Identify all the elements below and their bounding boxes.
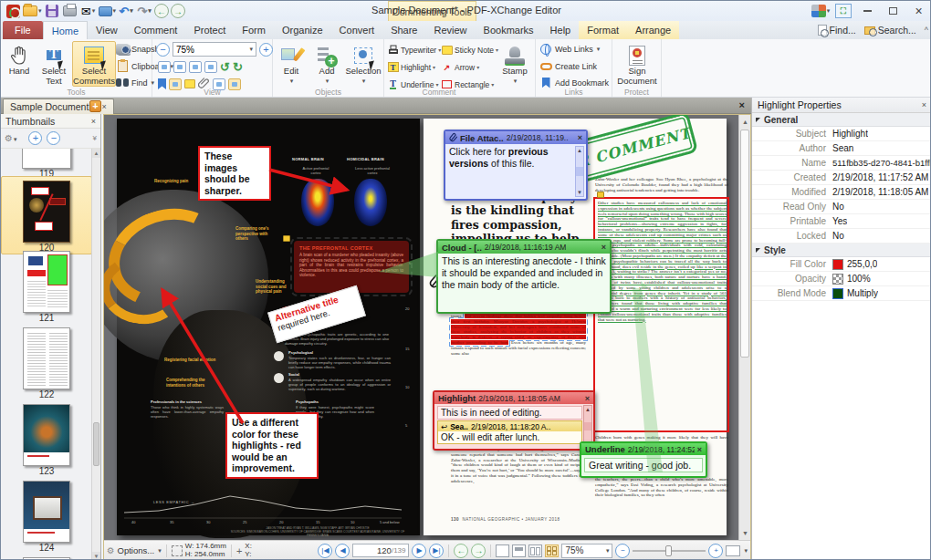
history-back-button[interactable]: ← bbox=[154, 4, 169, 18]
sticky-note-button[interactable]: Sticky Note▾ bbox=[441, 43, 498, 57]
next-view-button[interactable]: → bbox=[471, 544, 486, 558]
property-row-readonly[interactable]: Read OnlyNo bbox=[752, 200, 931, 214]
zoom-level-combobox[interactable]: 75%▾ bbox=[561, 544, 612, 558]
arrow-tool-button[interactable]: ↗Arrow▾ bbox=[441, 60, 479, 74]
opacity-swatch[interactable] bbox=[832, 274, 843, 285]
property-row-modified[interactable]: Modified2/19/2018, 11:18:05 AM bbox=[752, 185, 931, 200]
zoom-level-combobox[interactable]: 75%▾ bbox=[173, 42, 256, 57]
zoom-in-button[interactable]: + bbox=[708, 544, 723, 558]
scan-device-button[interactable]: ▾ bbox=[99, 3, 117, 19]
thumbnail-item-120-selected[interactable]: 120 bbox=[1, 176, 91, 254]
thumbnail-item-124[interactable]: 124 bbox=[1, 481, 91, 553]
find-button[interactable]: Find... bbox=[818, 25, 856, 36]
sticky-note-marker-icon[interactable] bbox=[597, 192, 604, 198]
sticky-note-marker-icon[interactable] bbox=[283, 235, 290, 242]
tab-organize[interactable]: Organize bbox=[274, 21, 331, 39]
close-document-button[interactable]: × bbox=[739, 99, 745, 110]
fit-page-button[interactable] bbox=[158, 61, 171, 73]
scroll-down-icon[interactable]: ▼ bbox=[739, 527, 750, 539]
property-row-opacity[interactable]: Opacity100% bbox=[752, 272, 931, 286]
tab-help[interactable]: Help bbox=[542, 21, 580, 39]
stamp-button[interactable]: Stamp▾ bbox=[497, 41, 533, 87]
thumbnails-scrollbar[interactable]: ▲ ▼ bbox=[91, 149, 100, 560]
section-general[interactable]: General bbox=[752, 113, 931, 127]
thumbnails-zoom-out-button[interactable]: − bbox=[47, 131, 60, 145]
save-button[interactable] bbox=[44, 3, 60, 19]
sign-document-button[interactable]: Sign Document bbox=[615, 41, 659, 87]
property-row-created[interactable]: Created2/19/2018, 11:17:52 AM bbox=[752, 171, 931, 185]
close-note-icon[interactable]: × bbox=[601, 243, 606, 252]
close-properties-icon[interactable]: × bbox=[922, 100, 926, 109]
tab-home[interactable]: Home bbox=[43, 21, 88, 39]
fill-color-swatch[interactable] bbox=[832, 259, 843, 270]
hand-tool-button[interactable]: Hand bbox=[3, 41, 36, 78]
edit-button[interactable]: Edit▾ bbox=[275, 41, 308, 87]
reply-note[interactable]: ↩ Sea.. 2/19/2018, 11:18:20 A.. OK - wil… bbox=[437, 420, 582, 444]
ui-options-button[interactable]: ▾ bbox=[811, 3, 831, 19]
redo-button[interactable]: ↷▾ bbox=[136, 3, 152, 19]
callout-sharper-annotation[interactable]: These images should be sharper. bbox=[198, 146, 271, 201]
continuous-layout-button[interactable] bbox=[512, 544, 526, 557]
zoom-out-button[interactable]: − bbox=[615, 544, 630, 558]
zoom-slider[interactable] bbox=[633, 550, 706, 552]
zoom-in-button[interactable]: + bbox=[259, 43, 273, 57]
fit-visible-button[interactable] bbox=[189, 61, 202, 73]
close-window-button[interactable]: × bbox=[907, 3, 930, 19]
prefrontal-cortex-infobox[interactable]: THE PREFRONTAL CORTEX A brain scan of a … bbox=[294, 241, 409, 293]
note-scrollbar[interactable]: ▲▼ bbox=[575, 146, 584, 197]
previous-view-button[interactable]: ← bbox=[454, 544, 468, 558]
print-button[interactable] bbox=[62, 3, 78, 19]
scroll-down-icon[interactable]: ▼ bbox=[92, 552, 100, 560]
tab-view[interactable]: View bbox=[88, 21, 126, 39]
scrollbar-thumb[interactable] bbox=[740, 130, 749, 358]
web-links-button[interactable]: Web Links▾ bbox=[539, 42, 600, 56]
fit-page-button[interactable] bbox=[726, 545, 740, 556]
minimize-button[interactable] bbox=[856, 3, 879, 19]
new-document-tab-button[interactable]: + bbox=[89, 100, 101, 112]
tab-format[interactable]: Format bbox=[579, 21, 627, 39]
first-page-button[interactable]: |◀ bbox=[318, 544, 332, 558]
search-button[interactable]: Search... bbox=[864, 25, 916, 36]
property-row-author[interactable]: AuthorSean bbox=[752, 141, 931, 156]
section-style[interactable]: Style bbox=[752, 244, 931, 257]
zoom-out-button[interactable]: − bbox=[156, 43, 170, 57]
email-button[interactable]: ✉▾ bbox=[80, 3, 97, 19]
tab-arrange[interactable]: Arrange bbox=[627, 21, 679, 39]
tab-bookmarks[interactable]: Bookmarks bbox=[476, 21, 542, 39]
close-document-tab-icon[interactable]: × bbox=[101, 102, 106, 111]
select-comments-button[interactable]: Select Comments bbox=[72, 41, 116, 87]
file-attachment-note[interactable]: File Attac.. 2/19/2018, 11:19.. × Click … bbox=[444, 130, 588, 201]
page-number-input[interactable]: 120/139 bbox=[352, 544, 409, 557]
callout-color-annotation[interactable]: Use a different color for these highligh… bbox=[225, 412, 319, 479]
property-row-subject[interactable]: SubjectHighlight bbox=[752, 127, 931, 141]
document-view[interactable]: Recognizing pain Comparing one's perspec… bbox=[104, 115, 750, 540]
typewriter-button[interactable]: Typewriter▾ bbox=[387, 43, 441, 57]
property-row-name[interactable]: Name511fbb35-d270-4841-b1ffbaa137.. bbox=[752, 156, 931, 171]
close-note-icon[interactable]: × bbox=[578, 133, 582, 142]
single-page-layout-button[interactable] bbox=[496, 544, 509, 557]
previous-page-button[interactable]: ◀ bbox=[335, 544, 350, 558]
undo-button[interactable]: ↶▾ bbox=[118, 3, 134, 19]
tab-comment[interactable]: Comment bbox=[126, 21, 186, 39]
property-row-locked[interactable]: LockedNo bbox=[752, 229, 931, 244]
close-thumbnails-icon[interactable]: × bbox=[91, 117, 96, 126]
fit-width-button[interactable] bbox=[173, 61, 186, 73]
two-page-continuous-layout-button[interactable] bbox=[545, 544, 559, 557]
selection-button[interactable]: Selection▾ bbox=[344, 41, 382, 87]
last-page-button[interactable]: ▶| bbox=[429, 544, 444, 558]
property-row-fill-color[interactable]: Fill Color255,0,0 bbox=[752, 257, 931, 272]
close-note-icon[interactable]: × bbox=[697, 445, 702, 454]
collapse-ribbon-button[interactable]: ^ bbox=[925, 26, 928, 35]
next-page-button[interactable]: ▶ bbox=[412, 544, 426, 558]
two-page-layout-button[interactable] bbox=[528, 544, 542, 557]
document-scrollbar[interactable]: ▲ ▼ bbox=[738, 115, 750, 540]
create-link-button[interactable]: Create Link bbox=[539, 59, 597, 73]
scroll-up-icon[interactable]: ▲ bbox=[739, 116, 750, 128]
tab-file[interactable]: File bbox=[3, 21, 43, 39]
thumbnail-item-121[interactable]: 121 bbox=[1, 251, 91, 323]
fullscreen-button[interactable]: ⛶ bbox=[833, 3, 853, 19]
tab-form[interactable]: Form bbox=[234, 21, 274, 39]
fit-height-button[interactable] bbox=[204, 61, 217, 73]
zoom-slider-thumb[interactable] bbox=[665, 545, 672, 556]
thumbnail-item-123[interactable]: 123 bbox=[1, 404, 91, 476]
